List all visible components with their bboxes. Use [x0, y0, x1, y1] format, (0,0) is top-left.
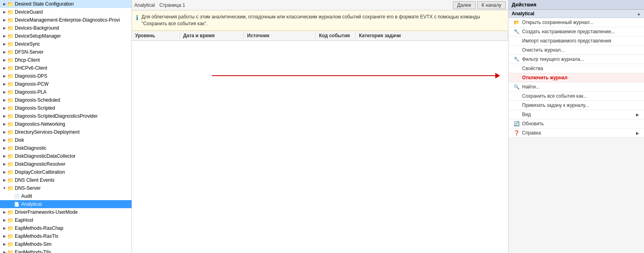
tree-item-devices-bg[interactable]: 📁Devices-Background — [0, 24, 132, 32]
tree-item-eapmethods-raschap[interactable]: 📁EapMethods-RasChap — [0, 224, 132, 232]
action-import-custom[interactable]: Импорт настраиваемого представления — [508, 36, 644, 46]
tree-expand-diskdiag[interactable] — [2, 145, 7, 151]
tree-expand-desired-state[interactable] — [2, 1, 7, 7]
col-header-datetime[interactable]: Дата и время — [180, 32, 244, 39]
tree-expand-device-guard[interactable] — [2, 9, 7, 15]
tree-item-diagnosis-sched[interactable]: 📁Diagnosis-Scheduled — [0, 96, 132, 104]
actions-list: 📂Открыть сохраненный журнал...🔧Создать н… — [508, 18, 644, 138]
col-header-level[interactable]: Уровень — [132, 32, 180, 39]
tree-item-diagnosis-scripted[interactable]: 📁Diagnosis-Scripted — [0, 104, 132, 112]
action-find[interactable]: 🔍Найти... — [508, 82, 644, 92]
tree-item-diskdiag[interactable]: 📁DiskDiagnostic — [0, 144, 132, 152]
action-filter-log[interactable]: 🔧Фильтр текущего журнала... — [508, 55, 644, 64]
tree-item-driverframeworks[interactable]: 📁DriverFrameworks-UserMode — [0, 208, 132, 216]
action-properties[interactable]: Свойства — [508, 64, 644, 73]
tree-expand-devices-bg[interactable] — [2, 25, 7, 31]
tree-label-diagnosis-scripted-diag: Diagnosis-ScriptedDiagnosticsProvider — [15, 113, 98, 119]
tree-item-dns-client-ev[interactable]: 📁DNS Client Events — [0, 176, 132, 184]
tree-label-eapmethods-rastls: EapMethods-RasTls — [15, 233, 58, 239]
folder-icon: 📁 — [7, 113, 14, 119]
actions-group-title[interactable]: Analytical ▲ — [508, 10, 644, 18]
tree-item-dfsn-server[interactable]: 📁DFSN-Server — [0, 48, 132, 56]
tree-item-diagnosis-dps[interactable]: 📁Diagnosis-DPS — [0, 72, 132, 80]
tree-expand-devicemgmt[interactable] — [2, 17, 7, 23]
action-save-all[interactable]: Сохранить все события как... — [508, 92, 644, 101]
tree-expand-diagnosis-scripted[interactable] — [2, 105, 7, 111]
info-bar: ℹ Для облегчения работы с этим аналитиче… — [132, 10, 508, 31]
action-clear-log[interactable]: Очистить журнал... — [508, 46, 644, 55]
tree-item-eapmethods-ttls[interactable]: 📁EapMethods-Ttls — [0, 248, 132, 253]
tree-expand-driverframeworks[interactable] — [2, 209, 7, 215]
tree-expand-diagnosis-sched[interactable] — [2, 97, 7, 103]
tree-expand-diagnosis-pcw[interactable] — [2, 81, 7, 87]
tree-item-diskdiagdata[interactable]: 📁DiskDiagnosticDataCollector — [0, 152, 132, 160]
tree-item-eaphost[interactable]: 📁EapHost — [0, 216, 132, 224]
home-button[interactable]: К началу — [477, 1, 506, 9]
tree-expand-devicesync[interactable] — [2, 41, 7, 47]
tree-item-diskdiagresolv[interactable]: 📁DiskDiagnosticResolver — [0, 160, 132, 168]
tree-item-devicesetup[interactable]: 📁DeviceSetupManager — [0, 32, 132, 40]
tree-expand-displaycolor[interactable] — [2, 169, 7, 175]
tree-expand-diagnosis-scripted-diag[interactable] — [2, 113, 7, 119]
tree-item-analytical[interactable]: 📄Analytical — [0, 200, 132, 208]
tree-item-diagnostics-net[interactable]: 📁Diagnostics-Networking — [0, 120, 132, 128]
tree-label-diagnosis-scripted: Diagnosis-Scripted — [15, 105, 55, 111]
action-label-attach-task: Привязать задачу к журналу... — [522, 102, 589, 108]
tree-expand-dns-client-ev[interactable] — [2, 177, 7, 183]
folder-icon: 📁 — [7, 41, 14, 47]
tree-item-audit[interactable]: 📄Audit — [0, 192, 132, 200]
tree-item-dhcpv6-client[interactable]: 📁DHCPv6-Client — [0, 64, 132, 72]
tree-item-devicemgmt[interactable]: 📁DeviceManagement-Enterprise-Diagnostics… — [0, 16, 132, 24]
action-view[interactable]: Вид▶ — [508, 110, 644, 119]
tree-expand-dns-server[interactable] — [2, 185, 7, 191]
tree-item-dirsvcs[interactable]: 📁DirectoryServices-Deployment — [0, 128, 132, 136]
action-disable-log[interactable]: Отключить журнал — [508, 73, 644, 82]
tree-expand-dhcp-client[interactable] — [2, 57, 7, 63]
tree-item-devicesync[interactable]: 📁DeviceSync — [0, 40, 132, 48]
tree-item-displaycolor[interactable]: 📁DisplayColorCalibration — [0, 168, 132, 176]
tree-expand-dhcpv6-client[interactable] — [2, 65, 7, 71]
tree-item-eapmethods-rastls[interactable]: 📁EapMethods-RasTls — [0, 232, 132, 240]
tree-item-device-guard[interactable]: 📁DeviceGuard — [0, 8, 132, 16]
tree-expand-disk[interactable] — [2, 137, 7, 143]
tree-expand-eapmethods-rastls[interactable] — [2, 233, 7, 239]
col-header-category[interactable]: Категория задачи — [356, 32, 508, 39]
action-refresh[interactable]: 🔄Обновить — [508, 119, 644, 129]
tree-expand-diagnosis-pla[interactable] — [2, 89, 7, 95]
tree-expand-dfsn-server[interactable] — [2, 49, 7, 55]
tree-item-eapmethods-sim[interactable]: 📁EapMethods-Sim — [0, 240, 132, 248]
tree-expand-diskdiagresolv[interactable] — [2, 161, 7, 167]
tree-label-diagnosis-pla: Diagnosis-PLA — [15, 89, 46, 95]
action-create-custom[interactable]: 🔧Создать настраиваемое представление... — [508, 27, 644, 36]
col-header-source[interactable]: Источник — [244, 32, 316, 39]
tree-expand-eapmethods-ttls[interactable] — [2, 249, 7, 253]
tree-expand-analytical[interactable] — [8, 201, 14, 207]
tree-expand-diskdiagdata[interactable] — [2, 153, 7, 159]
col-header-event[interactable]: Код события — [316, 32, 356, 39]
tree-label-desired-state: Desired State Configuration — [15, 1, 74, 7]
tree-item-diagnosis-scripted-diag[interactable]: 📁Diagnosis-ScriptedDiagnosticsProvider — [0, 112, 132, 120]
tree-item-dhcp-client[interactable]: 📁Dhcp-Client — [0, 56, 132, 64]
action-label-clear-log: Очистить журнал... — [522, 47, 565, 53]
tree-expand-diagnosis-dps[interactable] — [2, 73, 7, 79]
tree-item-diagnosis-pla[interactable]: 📁Diagnosis-PLA — [0, 88, 132, 96]
tree-expand-diagnostics-net[interactable] — [2, 121, 7, 127]
tree-expand-dirsvcs[interactable] — [2, 129, 7, 135]
tree-expand-eapmethods-raschap[interactable] — [2, 225, 7, 231]
tree-item-disk[interactable]: 📁Disk — [0, 136, 132, 144]
tree-expand-audit[interactable] — [8, 193, 14, 199]
tree-expand-eaphost[interactable] — [2, 217, 7, 223]
action-open-saved[interactable]: 📂Открыть сохраненный журнал... — [508, 18, 644, 27]
action-icon-find: 🔍 — [513, 84, 520, 90]
tree-item-dns-server[interactable]: 📁DNS-Server — [0, 184, 132, 192]
tree-item-diagnosis-pcw[interactable]: 📁Diagnosis-PCW — [0, 80, 132, 88]
main-content-area: Analytical Страница 1 Далее К началу ℹ Д… — [132, 0, 508, 253]
tree-item-desired-state[interactable]: 📁Desired State Configuration — [0, 0, 132, 8]
next-button[interactable]: Далее — [453, 1, 476, 9]
folder-icon: 📁 — [7, 121, 14, 127]
tree-expand-devicesetup[interactable] — [2, 33, 7, 39]
action-attach-task[interactable]: Привязать задачу к журналу... — [508, 101, 644, 110]
tree-label-devicesetup: DeviceSetupManager — [15, 33, 61, 39]
action-help[interactable]: ❓Справка▶ — [508, 129, 644, 138]
tree-expand-eapmethods-sim[interactable] — [2, 241, 7, 247]
